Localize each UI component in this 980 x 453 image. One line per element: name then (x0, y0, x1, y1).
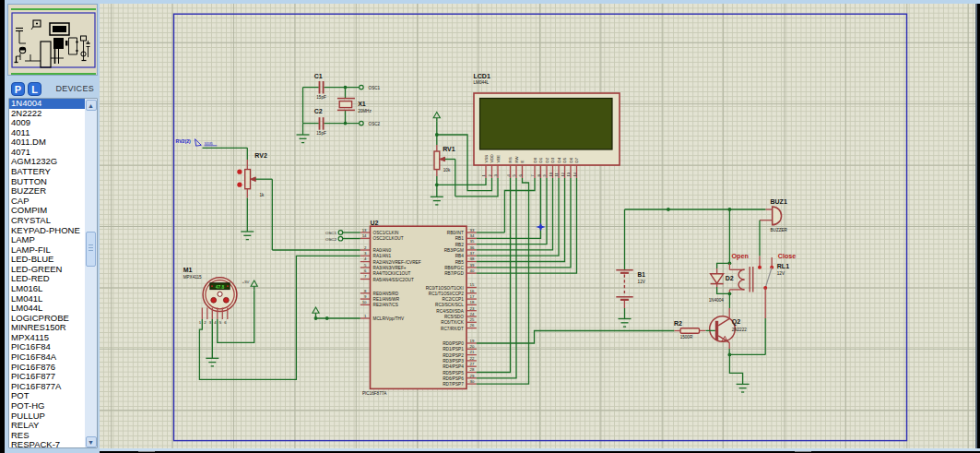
svg-text:RV1: RV1 (443, 146, 455, 152)
svg-text:14: 14 (362, 233, 367, 238)
svg-text:1N4004: 1N4004 (709, 298, 725, 303)
svg-text:4: 4 (364, 256, 367, 261)
svg-text:VDD: VDD (490, 154, 494, 162)
svg-text:U2: U2 (371, 220, 379, 226)
svg-text:9: 9 (364, 294, 367, 299)
svg-text:2: 2 (364, 245, 367, 250)
svg-text:15pF: 15pF (316, 95, 326, 100)
svg-text:PIC16F877A: PIC16F877A (362, 391, 387, 396)
svg-text:20: 20 (470, 344, 475, 349)
svg-text:23: 23 (470, 306, 475, 311)
svg-text:RL1: RL1 (777, 263, 789, 269)
svg-text:12V: 12V (638, 280, 646, 284)
svg-text:1: 1 (481, 174, 486, 177)
svg-text:RA3/AN3/VREF+: RA3/AN3/VREF+ (373, 266, 407, 270)
svg-text:D6: D6 (569, 157, 573, 162)
svg-text:OSC1: OSC1 (369, 86, 381, 90)
svg-text:C1: C1 (314, 73, 323, 79)
svg-text:OSC2: OSC2 (325, 237, 337, 242)
svg-text:7: 7 (530, 174, 535, 177)
svg-text:RB1: RB1 (455, 236, 465, 241)
svg-text:15: 15 (470, 282, 475, 287)
svg-text:39: 39 (470, 263, 475, 268)
svg-text:5: 5 (512, 174, 516, 177)
svg-text:R2: R2 (674, 320, 682, 327)
svg-text:RW: RW (514, 155, 519, 162)
svg-text:5: 5 (219, 320, 222, 325)
svg-text:19: 19 (470, 339, 475, 343)
svg-text:RB5: RB5 (455, 260, 465, 265)
svg-text:D5: D5 (562, 157, 567, 162)
svg-text:RD2/PSP2: RD2/PSP2 (443, 353, 464, 358)
svg-text:RE2/AN7/CS: RE2/AN7/CS (373, 303, 398, 307)
svg-text:RD7/PSP7: RD7/PSP7 (443, 382, 464, 387)
svg-text:RD3/PSP3: RD3/PSP3 (443, 359, 464, 364)
svg-text:26: 26 (470, 323, 475, 328)
svg-text:25: 25 (470, 317, 475, 322)
svg-text:2N2222: 2N2222 (732, 328, 748, 332)
svg-text:29: 29 (470, 374, 475, 378)
svg-text:D7: D7 (574, 157, 579, 162)
svg-text:47.8: 47.8 (216, 285, 225, 290)
svg-text:RD0/PSP0: RD0/PSP0 (443, 341, 464, 346)
svg-text:RC7/RX/DT: RC7/RX/DT (441, 327, 464, 331)
svg-text:10: 10 (362, 300, 367, 304)
svg-text:5: 5 (364, 263, 367, 268)
svg-text:18: 18 (470, 300, 475, 304)
svg-text:13: 13 (566, 172, 571, 176)
svg-text:RC4/SDI/SDA: RC4/SDI/SDA (436, 309, 464, 314)
svg-text:RD5/PSP5: RD5/PSP5 (443, 371, 464, 376)
svg-text:RB2: RB2 (455, 243, 465, 247)
svg-text:13: 13 (362, 228, 367, 232)
svg-text:17: 17 (470, 294, 475, 299)
svg-text:RB7/PGD: RB7/PGD (444, 271, 464, 276)
svg-text:RA5/AN4/SS/C2OUT: RA5/AN4/SS/C2OUT (373, 278, 414, 282)
svg-text:1: 1 (199, 320, 202, 325)
svg-text:6: 6 (224, 320, 227, 325)
svg-text:1k: 1k (260, 193, 266, 197)
svg-text:X1: X1 (358, 101, 366, 107)
svg-text:7: 7 (364, 274, 367, 279)
svg-text:9: 9 (542, 174, 547, 177)
svg-text:12: 12 (561, 172, 565, 176)
svg-text:10: 10 (549, 172, 553, 176)
svg-text:37: 37 (470, 251, 475, 256)
svg-text:BUZ1: BUZ1 (771, 198, 787, 205)
svg-text:RA0/AN0: RA0/AN0 (373, 248, 392, 253)
svg-text:D1: D1 (538, 157, 543, 162)
svg-text:MCLR/Vpp/THV: MCLR/Vpp/THV (373, 316, 405, 321)
svg-text:LM044L: LM044L (474, 80, 490, 85)
svg-text:OSC1/CLKIN: OSC1/CLKIN (373, 231, 399, 235)
svg-text:C2: C2 (314, 108, 323, 114)
svg-text:RC6/TX/CK: RC6/TX/CK (441, 320, 464, 325)
svg-text:RA4/T0CKI/C1OUT: RA4/T0CKI/C1OUT (373, 271, 411, 276)
svg-text:30: 30 (470, 379, 475, 384)
svg-text:1500R: 1500R (680, 335, 693, 340)
svg-text:40: 40 (470, 268, 475, 273)
svg-text:30585: 30585 (205, 142, 214, 146)
svg-text:E: E (520, 161, 525, 163)
svg-text:Open: Open (732, 252, 749, 260)
svg-text:LCD1: LCD1 (474, 73, 490, 79)
svg-text:D0: D0 (533, 157, 537, 162)
svg-text:21: 21 (470, 350, 475, 354)
svg-text:20MHz: 20MHz (358, 109, 372, 113)
svg-text:RE0/AN5/RD: RE0/AN5/RD (373, 292, 399, 296)
svg-text:RB0/INT: RB0/INT (447, 231, 464, 235)
svg-text:RC3/SCK/SCL: RC3/SCK/SCL (435, 303, 464, 307)
svg-text:38: 38 (470, 256, 475, 261)
svg-text:RC0/T1OSO/T1CKI: RC0/T1OSO/T1CKI (426, 286, 464, 291)
svg-text:MPX4115: MPX4115 (183, 275, 202, 280)
svg-text:RC2/CCP1: RC2/CCP1 (443, 297, 465, 302)
svg-text:RC1/T1OSI/CCP2: RC1/T1OSI/CCP2 (429, 292, 464, 296)
svg-text:35: 35 (470, 239, 475, 244)
svg-text:M1: M1 (183, 267, 193, 273)
svg-text:10k: 10k (443, 168, 451, 173)
svg-text:22: 22 (470, 356, 475, 361)
svg-text:RV2(2): RV2(2) (176, 138, 192, 144)
svg-text:BUZZER: BUZZER (771, 228, 788, 232)
svg-text:RD6/PSP6: RD6/PSP6 (443, 376, 464, 381)
svg-text:6: 6 (518, 174, 523, 177)
svg-text:3: 3 (364, 251, 367, 256)
svg-text:RV2: RV2 (254, 152, 267, 159)
